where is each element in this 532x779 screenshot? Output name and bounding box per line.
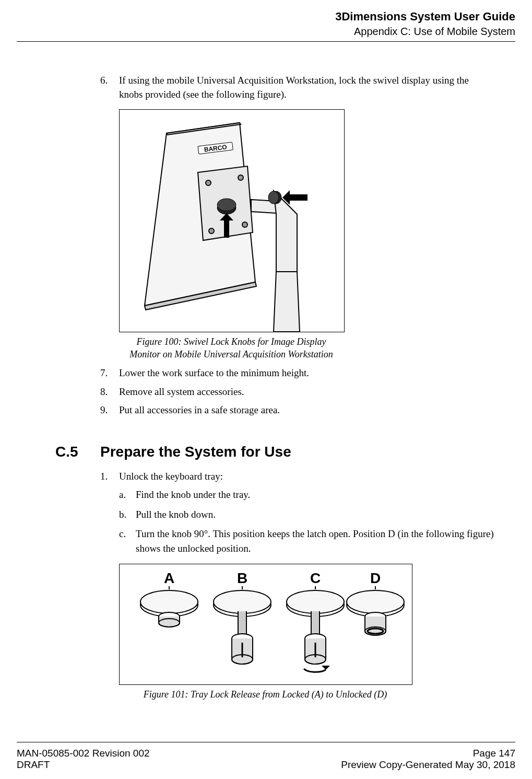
- step-text: Unlock the keyboard tray:: [119, 469, 494, 484]
- step-text: Lower the work surface to the minimum he…: [119, 366, 494, 380]
- substep-b: b. Pull the knob down.: [119, 507, 494, 522]
- page-header: 3Dimensions System User Guide Appendix C…: [17, 9, 515, 38]
- doc-status: DRAFT: [17, 759, 150, 771]
- label-c: C: [310, 570, 321, 586]
- step-text: Put all accessories in a safe storage ar…: [119, 403, 494, 417]
- step-text: Remove all system accessories.: [119, 385, 494, 399]
- svg-point-8: [242, 222, 247, 227]
- step-1: 1. Unlock the keyboard tray:: [100, 469, 494, 484]
- figure-100: BARCO: [119, 109, 494, 361]
- page-content: 6. If using the mobile Universal Acquisi…: [17, 73, 515, 701]
- svg-point-25: [214, 590, 271, 613]
- svg-point-21: [140, 590, 198, 613]
- label-d: D: [370, 570, 381, 586]
- step-number: 9.: [100, 403, 119, 417]
- section-title: Prepare the System for Use: [100, 441, 291, 463]
- substep-c: c. Turn the knob 90°. This position keep…: [119, 527, 494, 555]
- figure-101: A B C D: [119, 564, 494, 701]
- doc-subtitle: Appendix C: Use of Mobile System: [17, 25, 515, 38]
- footer-left: MAN-05085-002 Revision 002 DRAFT: [17, 748, 150, 771]
- page-number: Page 147: [341, 748, 515, 759]
- svg-point-6: [238, 175, 243, 180]
- section-heading: C.5 Prepare the System for Use: [55, 441, 494, 463]
- figure-101-caption: Figure 101: Tray Lock Release from Locke…: [119, 688, 411, 701]
- svg-point-36: [347, 590, 404, 613]
- tray-lock-illustration: A B C D: [120, 564, 412, 684]
- gen-date: Preview Copy-Generated May 30, 2018: [341, 759, 515, 771]
- step-8: 8. Remove all system accessories.: [100, 385, 494, 399]
- svg-point-15: [268, 191, 279, 204]
- page-footer: MAN-05085-002 Revision 002 DRAFT Page 14…: [17, 748, 515, 771]
- substep-text: Turn the knob 90°. This position keeps t…: [136, 527, 494, 555]
- footer-rule: [17, 742, 515, 742]
- label-b: B: [237, 570, 247, 586]
- svg-marker-34: [322, 666, 330, 670]
- step-number: 8.: [100, 385, 119, 399]
- svg-point-10: [217, 199, 236, 211]
- svg-point-7: [209, 228, 214, 234]
- section-number: C.5: [55, 441, 100, 463]
- doc-number: MAN-05085-002 Revision 002: [17, 748, 150, 759]
- figure-100-caption: Figure 100: Swivel Lock Knobs for Image …: [119, 335, 344, 361]
- svg-marker-13: [274, 272, 300, 332]
- doc-title: 3Dimensions System User Guide: [17, 9, 515, 25]
- monitor-mount-illustration: BARCO: [120, 110, 344, 332]
- substep-a: a. Find the knob under the tray.: [119, 487, 494, 502]
- step-text: If using the mobile Universal Acquisitio…: [119, 73, 494, 102]
- substep-letter: a.: [119, 487, 136, 502]
- figure-100-image: BARCO: [119, 109, 345, 332]
- figure-101-image: A B C D: [119, 564, 412, 685]
- step-number: 7.: [100, 366, 119, 380]
- step-6: 6. If using the mobile Universal Acquisi…: [100, 73, 494, 102]
- footer-right: Page 147 Preview Copy-Generated May 30, …: [341, 748, 515, 771]
- step-number: 6.: [100, 73, 119, 102]
- label-a: A: [164, 570, 174, 586]
- svg-point-5: [206, 180, 211, 185]
- rotate-arrow-icon: [304, 669, 326, 672]
- step-9: 9. Put all accessories in a safe storage…: [100, 403, 494, 417]
- substep-letter: c.: [119, 527, 136, 555]
- svg-point-30: [287, 590, 344, 613]
- substep-text: Pull the knob down.: [136, 507, 494, 522]
- substep-letter: b.: [119, 507, 136, 522]
- step-7: 7. Lower the work surface to the minimum…: [100, 366, 494, 380]
- substep-text: Find the knob under the tray.: [136, 487, 494, 502]
- step-number: 1.: [100, 469, 119, 484]
- header-rule: [17, 41, 515, 42]
